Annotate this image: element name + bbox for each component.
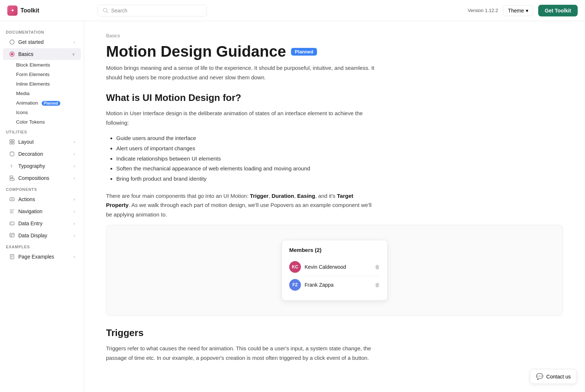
sidebar-subitem-inline-elements[interactable]: Inline Elements — [3, 79, 81, 88]
sidebar-item-typography[interactable]: T Typography › — [3, 160, 81, 172]
sidebar-subitem-animation[interactable]: Animation Planned — [3, 98, 81, 108]
section1-heading: What is UI Motion Design for? — [106, 92, 563, 103]
planned-badge: Planned — [291, 48, 317, 56]
basics-icon — [9, 51, 15, 57]
member-row-kc: KC Kevin Calderwood 🗑 — [289, 258, 380, 276]
sidebar-item-label-typography: Typography — [18, 163, 45, 169]
chevron-right-decoration-icon: › — [73, 152, 75, 156]
chevron-right-navigation-icon: › — [73, 209, 75, 214]
get-started-icon — [9, 39, 15, 45]
svg-rect-5 — [10, 140, 12, 142]
logo-text: Toolkit — [20, 7, 39, 14]
data-entry-icon — [9, 220, 15, 227]
search-input[interactable]: Search — [97, 5, 207, 16]
demo-area: Members (2) KC Kevin Calderwood 🗑 FZ Fra… — [106, 225, 563, 316]
avatar-kc: KC — [289, 261, 301, 273]
nav-right: Version 1.12.2 Theme ▾ Get Toolkit — [468, 5, 578, 16]
sidebar: Documentation Get started › Basics ∨ Blo… — [0, 21, 84, 392]
chevron-right-actions-icon: › — [73, 197, 75, 201]
trash-icon-fz[interactable]: 🗑 — [375, 282, 380, 288]
sidebar-item-label-layout: Layout — [18, 139, 34, 145]
sidebar-item-label-get-started: Get started — [18, 39, 44, 45]
chevron-down-basics-icon: ∨ — [72, 52, 75, 57]
chevron-right-icon: › — [73, 40, 75, 44]
trash-icon-kc[interactable]: 🗑 — [375, 264, 380, 270]
sidebar-item-label-navigation: Navigation — [18, 208, 42, 214]
sidebar-item-label-decoration: Decoration — [18, 151, 43, 157]
member-name-fz: Frank Zappa — [305, 282, 371, 288]
chevron-right-typography-icon: › — [73, 164, 75, 168]
svg-text:T: T — [10, 164, 13, 168]
sidebar-item-navigation[interactable]: Navigation › — [3, 206, 81, 217]
actions-icon — [9, 196, 15, 203]
page-title-text: Motion Design Guidance — [106, 43, 286, 60]
sidebar-item-basics[interactable]: Basics ∨ — [3, 48, 81, 60]
svg-rect-11 — [10, 176, 13, 178]
list-item: Indicate relationships between UI elemen… — [116, 154, 369, 164]
sidebar-item-data-entry[interactable]: Data Entry › — [3, 218, 81, 229]
list-item: Guide users around the interface — [116, 133, 369, 143]
sidebar-subitem-block-elements[interactable]: Block Elements — [3, 60, 81, 69]
page-title: Motion Design Guidance Planned — [106, 43, 563, 60]
breadcrumb: Basics — [106, 33, 563, 38]
svg-rect-7 — [10, 142, 12, 144]
sidebar-subitem-media[interactable]: Media — [3, 89, 81, 98]
sidebar-item-compositions[interactable]: Compositions › — [3, 172, 81, 184]
chevron-right-page-examples-icon: › — [73, 255, 75, 259]
section2-body: Triggers refer to what causes the need f… — [106, 344, 377, 362]
sidebar-subitem-icons[interactable]: Icons — [3, 108, 81, 117]
list-item: Alert users of important changes — [116, 143, 369, 154]
svg-rect-23 — [10, 255, 14, 259]
section1-extra: There are four main components that go i… — [106, 191, 377, 219]
popover-title: Members (2) — [289, 247, 380, 253]
chevron-down-icon: ▾ — [526, 8, 528, 14]
page-examples-icon — [9, 253, 15, 260]
chevron-right-layout-icon: › — [73, 140, 75, 144]
contact-label: Contact us — [546, 374, 571, 380]
sidebar-item-label-data-entry: Data Entry — [18, 220, 42, 226]
version-label: Version 1.12.2 — [468, 8, 498, 13]
sidebar-item-data-display[interactable]: Data Display › — [3, 230, 81, 241]
search-placeholder: Search — [111, 8, 127, 14]
chevron-right-data-entry-icon: › — [73, 221, 75, 226]
sidebar-subitem-color-tokens[interactable]: Color Tokens — [3, 117, 81, 127]
top-nav: Toolkit Search Version 1.12.2 Theme ▾ Ge… — [0, 0, 585, 21]
svg-rect-18 — [10, 222, 14, 225]
chevron-right-data-display-icon: › — [73, 233, 75, 238]
avatar-fz: FZ — [289, 279, 301, 291]
sidebar-item-label-page-examples: Page Examples — [18, 254, 54, 260]
sidebar-item-actions[interactable]: Actions › — [3, 193, 81, 205]
sidebar-item-get-started[interactable]: Get started › — [3, 36, 81, 48]
typography-icon: T — [9, 163, 15, 169]
sidebar-item-label-basics: Basics — [18, 51, 33, 57]
contact-icon: 💬 — [536, 373, 543, 380]
svg-rect-20 — [10, 233, 14, 237]
layout-icon — [9, 139, 15, 145]
get-toolkit-button[interactable]: Get Toolkit — [538, 5, 578, 16]
sidebar-section-utilities: Utilities — [0, 127, 84, 136]
animation-planned-badge: Planned — [42, 101, 60, 106]
logo-area: Toolkit — [7, 5, 91, 16]
sidebar-section-examples: Examples — [0, 242, 84, 250]
sidebar-subitem-form-elements[interactable]: Form Elements — [3, 70, 81, 79]
svg-point-4 — [11, 53, 13, 55]
popover-card: Members (2) KC Kevin Calderwood 🗑 FZ Fra… — [282, 240, 388, 301]
main-content: Basics Motion Design Guidance Planned Mo… — [84, 21, 585, 392]
sidebar-item-decoration[interactable]: Decoration › — [3, 148, 81, 160]
section2-heading: Triggers — [106, 327, 563, 339]
sidebar-item-page-examples[interactable]: Page Examples › — [3, 251, 81, 263]
sidebar-item-layout[interactable]: Layout › — [3, 136, 81, 148]
list-item: Soften the mechanical appearance of web … — [116, 163, 369, 174]
chevron-right-compositions-icon: › — [73, 176, 75, 180]
sidebar-section-documentation: Documentation — [0, 27, 84, 36]
contact-us-button[interactable]: 💬 Contact us — [530, 369, 577, 384]
bullet-list: Guide users around the interface Alert u… — [106, 133, 369, 184]
member-name-kc: Kevin Calderwood — [305, 264, 371, 270]
data-display-icon — [9, 232, 15, 239]
compositions-icon — [9, 175, 15, 181]
theme-button[interactable]: Theme ▾ — [503, 5, 533, 16]
search-icon — [103, 8, 108, 13]
svg-line-1 — [107, 12, 108, 13]
intro-text: Motion brings meaning and a sense of lif… — [106, 63, 377, 82]
section1-body: Motion in User Interface design is the d… — [106, 109, 377, 127]
